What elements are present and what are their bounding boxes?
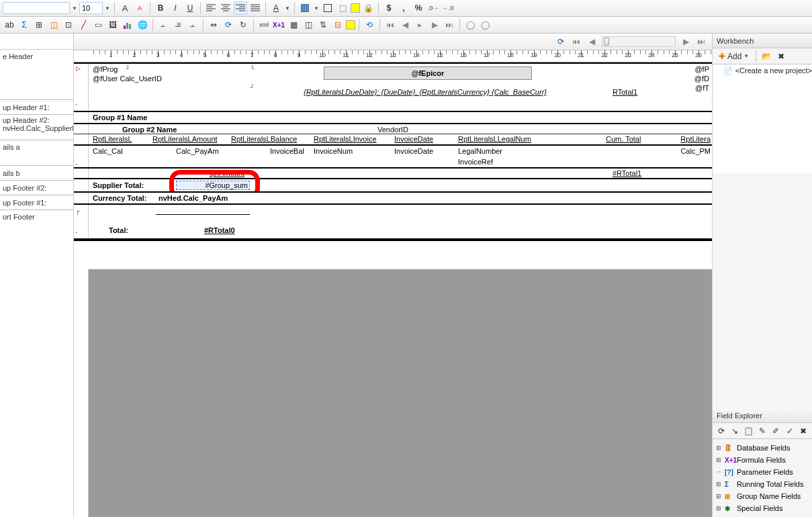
fill-color-dd[interactable]: ▼ [313, 5, 320, 11]
nav-back-icon[interactable]: ◯ [463, 18, 477, 32]
sync-icon[interactable]: ⟲ [363, 18, 376, 32]
select-expert-icon[interactable]: ▦ [287, 18, 300, 32]
formula-icon[interactable]: X+1 [272, 18, 285, 32]
distribute-icon[interactable]: ⇔ [207, 18, 220, 32]
insert-text-icon[interactable]: ab [3, 18, 16, 32]
align-center-icon[interactable] [219, 1, 232, 15]
increase-decimal-icon[interactable]: .0→ [426, 1, 440, 15]
insert-crosstab-icon[interactable]: ⊡ [62, 18, 75, 32]
percent-icon[interactable]: % [412, 1, 425, 15]
nav-next-icon[interactable]: ▶ [428, 18, 441, 32]
font-size-dd[interactable]: ▼ [104, 5, 111, 11]
font-name-dd[interactable]: ▼ [71, 5, 78, 11]
align-right-icon[interactable] [234, 1, 247, 15]
insert-chart-icon[interactable] [121, 18, 134, 32]
group-expert-icon[interactable]: ⊟ [331, 18, 345, 32]
insert-line-icon[interactable]: ╱ [77, 18, 90, 32]
svg-rect-17 [126, 23, 128, 29]
nav-prev-icon[interactable]: ◀ [398, 18, 412, 32]
font-color-icon[interactable]: A [269, 1, 283, 15]
nav-first-icon[interactable]: ⏮ [384, 18, 397, 32]
nav-forward-icon[interactable]: ◯ [478, 18, 492, 32]
italic-icon[interactable]: I [169, 1, 182, 15]
highlight-icon[interactable] [351, 3, 360, 13]
insert-olap-icon[interactable]: ◫ [47, 18, 60, 32]
svg-rect-18 [129, 24, 131, 29]
refresh-icon[interactable]: ⟳ [222, 18, 235, 32]
font-color-dd[interactable]: ▼ [284, 5, 291, 11]
align-left-icon[interactable] [204, 1, 218, 15]
rotate-icon[interactable]: ↻ [236, 18, 250, 32]
decrease-decimal-icon[interactable]: ←.0 [441, 1, 455, 15]
suppress-icon[interactable]: ⬚ [336, 1, 349, 15]
sort-icon[interactable]: ⇅ [316, 18, 330, 32]
xml-icon[interactable]: xml [257, 18, 271, 32]
section-expert-icon[interactable]: ◫ [302, 18, 315, 32]
align-center-obj-icon[interactable]: ⫡ [171, 18, 185, 32]
insert-map-icon[interactable]: 🌐 [136, 18, 149, 32]
insert-summary-icon[interactable]: Σ [17, 18, 31, 32]
align-right-obj-icon[interactable]: ⫠ [186, 18, 199, 32]
highlight-expert-icon[interactable] [346, 20, 355, 30]
nav-current-icon[interactable]: ▸ [413, 18, 426, 32]
insert-picture-icon[interactable]: 🖼 [106, 18, 120, 32]
font-size-input[interactable] [79, 2, 103, 14]
currency-icon[interactable]: $ [382, 1, 396, 15]
thousands-icon[interactable]: , [397, 1, 410, 15]
nav-last-icon[interactable]: ⏭ [443, 18, 456, 32]
svg-rect-16 [124, 26, 126, 29]
lock-format-icon[interactable]: 🔒 [361, 1, 375, 15]
border-icon[interactable] [321, 1, 334, 15]
font-name-input[interactable] [3, 2, 70, 14]
insert-box-icon[interactable]: ▭ [91, 18, 105, 32]
decrease-font-icon[interactable]: A [133, 1, 146, 15]
insert-toolbar: ab Σ ⊞ ◫ ⊡ ╱ ▭ 🖼 🌐 ⫠ ⫡ ⫠ ⇔ ⟳ ↻ xml X+1 ▦… [0, 17, 812, 34]
increase-font-icon[interactable]: A [118, 1, 132, 15]
fill-color-icon[interactable] [298, 1, 312, 15]
insert-group-icon[interactable]: ⊞ [32, 18, 46, 32]
bold-icon[interactable]: B [154, 1, 167, 15]
underline-icon[interactable]: U [183, 1, 197, 15]
align-justify-icon[interactable] [249, 1, 262, 15]
align-left-obj-icon[interactable]: ⫠ [156, 18, 170, 32]
format-toolbar: ▼ ▼ A A B I U A ▼ ▼ ⬚ 🔒 $ , % .0→ ←.0 [0, 0, 812, 17]
